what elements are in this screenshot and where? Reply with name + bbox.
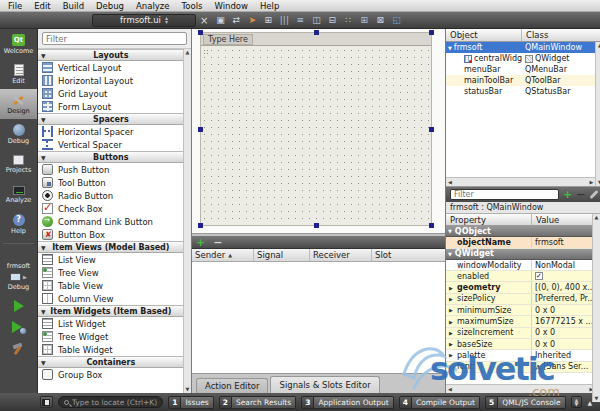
menu-build[interactable]: Build	[57, 1, 90, 11]
mode-edit[interactable]: Edit	[0, 59, 37, 89]
widget-tool-button[interactable]: Tool Button	[38, 176, 183, 189]
resize-handle-top-left[interactable]	[198, 30, 203, 35]
property-value-cell[interactable]: 0 x 0	[532, 340, 595, 349]
debug-run-button[interactable]	[12, 321, 26, 334]
section-header-containers[interactable]: ▼Containers	[38, 356, 183, 368]
class-column-header[interactable]: Class	[522, 29, 600, 41]
layout-vertical-icon[interactable]: ≡	[293, 14, 307, 27]
section-header-buttons[interactable]: ▼Buttons	[38, 151, 183, 163]
expand-arrow-icon[interactable]: ▶	[449, 330, 455, 336]
scroll-down-icon[interactable]: ▼	[186, 386, 190, 393]
section-header-spacers[interactable]: ▼Spacers	[38, 113, 183, 125]
property-filter-input[interactable]	[450, 189, 559, 200]
build-button[interactable]	[12, 342, 26, 355]
section-header-layouts[interactable]: ▼Layouts	[38, 49, 183, 61]
widget-column-view[interactable]: Column View	[38, 292, 183, 305]
output-pane-menu-button[interactable]: ▲▼	[571, 396, 583, 408]
adjust-size-icon[interactable]: ◱	[389, 14, 403, 27]
resize-handle-mid-left[interactable]	[198, 127, 203, 132]
run-button[interactable]	[14, 300, 24, 312]
layout-grid-icon[interactable]: ∷	[341, 14, 355, 27]
widget-vertical-spacer[interactable]: Vertical Spacer	[38, 138, 183, 151]
expand-arrow-icon[interactable]: ▶	[449, 341, 455, 347]
property-editor-vscrollbar[interactable]: ▲ ▼	[592, 214, 600, 402]
property-row-font[interactable]: ▶fontA[Sans Ser...	[446, 362, 595, 373]
inspector-row-menubar[interactable]: menuBarQMenuBar	[446, 64, 595, 75]
inspector-row-centralwidget[interactable]: centralWidgetQWidget	[446, 53, 595, 64]
widget-tree-view[interactable]: Tree View	[38, 266, 183, 279]
object-inspector-hscrollbar[interactable]: ◀ ▶	[446, 177, 595, 186]
menu-file[interactable]: File	[2, 1, 28, 11]
column-header-signal[interactable]: Signal	[254, 249, 310, 261]
property-value-cell[interactable]: A[Sans Ser...	[532, 362, 595, 372]
property-row-sizepolicy[interactable]: ▶sizePolicy[Preferred, Pr...	[446, 294, 595, 305]
output-button-issues[interactable]: 1Issues	[168, 396, 214, 409]
expand-arrow-icon[interactable]: ▶	[449, 364, 455, 370]
widget-vertical-layout[interactable]: Vertical Layout	[38, 61, 183, 74]
resize-handle-bottom-left[interactable]	[198, 223, 203, 228]
section-header-item-views-model-based[interactable]: ▼Item Views (Model Based)	[38, 241, 183, 253]
remove-dynamic-property-button[interactable]: −	[576, 188, 585, 201]
scroll-down-icon[interactable]: ▼	[595, 395, 599, 402]
menu-window[interactable]: Window	[208, 1, 254, 11]
widget-check-box[interactable]: Check Box	[38, 202, 183, 215]
widget-list-widget[interactable]: List Widget	[38, 317, 183, 330]
widget-form-layout[interactable]: Form Layout	[38, 100, 183, 113]
scroll-up-icon[interactable]: ▲	[595, 214, 599, 221]
expand-arrow-icon[interactable]: ▶	[449, 296, 455, 302]
signals-slots-table-body[interactable]	[192, 262, 445, 373]
widget-group-box[interactable]: Group Box	[38, 368, 183, 381]
layout-form-icon[interactable]: ⊞	[357, 14, 371, 27]
output-button-search-results[interactable]: 2Search Results	[219, 396, 296, 409]
section-header-item-widgets-item-based[interactable]: ▼Item Widgets (Item Based)	[38, 305, 183, 317]
splitter-vertical-icon[interactable]: ⊟	[325, 14, 339, 27]
break-layout-icon[interactable]: ⊠	[373, 14, 387, 27]
object-inspector-vscrollbar[interactable]: ▲ ▼	[595, 42, 600, 186]
widget-grid-layout[interactable]: Grid Layout	[38, 87, 183, 100]
resize-handle-mid-right[interactable]	[429, 127, 434, 132]
widget-box-filter-input[interactable]	[42, 32, 187, 45]
kit-selector[interactable]: ▶	[0, 273, 37, 281]
mode-debug[interactable]: Debug	[0, 119, 37, 149]
layout-horizontal-icon[interactable]: |||	[277, 14, 291, 27]
property-row-sizeincrement[interactable]: ▶sizeIncrement0 x 0	[446, 328, 595, 339]
column-header-sender[interactable]: Sender▲	[192, 249, 254, 261]
edit-buddies-icon[interactable]: ➤	[245, 14, 259, 27]
property-group-qwidget[interactable]: ▼QWidget	[446, 249, 595, 260]
expand-arrow-icon[interactable]: ▶	[449, 352, 455, 358]
property-row-palette[interactable]: ▶paletteInherited	[446, 350, 595, 361]
property-row-basesize[interactable]: ▶baseSize0 x 0	[446, 339, 595, 350]
property-value-cell[interactable]: ✓	[532, 272, 595, 280]
output-button-qml-js-console[interactable]: 5QML/JS Console	[485, 396, 565, 409]
column-header-receiver[interactable]: Receiver	[310, 249, 372, 261]
widget-push-button[interactable]: Push Button	[38, 163, 183, 176]
inspector-row-frmsoft[interactable]: ▼frmsoftQMainWindow	[446, 42, 595, 53]
scroll-right-icon[interactable]: ▶	[590, 179, 594, 186]
property-editor-hscrollbar[interactable]: ◀ ▶	[446, 384, 595, 393]
property-value-cell[interactable]: 0 x 0	[532, 306, 595, 315]
inspector-row-maintoolbar[interactable]: mainToolBarQToolBar	[446, 75, 595, 86]
output-button-application-output[interactable]: 3Application Output	[301, 396, 394, 409]
property-row-windowmodality[interactable]: windowModalityNonModal	[446, 260, 595, 271]
output-button-compile-output[interactable]: 4Compile Output	[399, 396, 480, 409]
tab-signals-slots-editor[interactable]: Signals & Slots Editor	[270, 376, 379, 393]
property-value-cell[interactable]: NonModal	[532, 261, 595, 270]
property-row-geometry[interactable]: ▶geometry[(0, 0), 400 x...	[446, 282, 595, 293]
property-value-cell[interactable]: Inherited	[532, 351, 595, 360]
scroll-left-icon[interactable]: ◀	[448, 179, 452, 186]
mode-design[interactable]: Design	[0, 89, 37, 119]
checkbox-checked-icon[interactable]: ✓	[535, 272, 543, 280]
edit-signals-slots-icon[interactable]: ⇄	[229, 14, 243, 27]
form-widget[interactable]: Type Here	[200, 32, 432, 226]
property-value-cell[interactable]: [(0, 0), 400 x...	[532, 283, 595, 292]
expand-arrow-icon[interactable]: ▶	[449, 285, 455, 291]
property-group-qobject[interactable]: ▼QObject	[446, 226, 595, 237]
widget-tree-widget[interactable]: Tree Widget	[38, 330, 183, 343]
mode-help[interactable]: ?Help	[0, 209, 37, 239]
menu-edit[interactable]: Edit	[28, 1, 56, 11]
expand-arrow-icon[interactable]: ▶	[449, 319, 455, 325]
add-dynamic-property-button[interactable]: +	[563, 189, 572, 200]
locator-field[interactable]: Type to locate (Ctrl+K)	[58, 396, 163, 408]
resize-handle-bottom-right[interactable]	[429, 223, 434, 228]
edit-widgets-icon[interactable]: ▣	[213, 14, 227, 27]
